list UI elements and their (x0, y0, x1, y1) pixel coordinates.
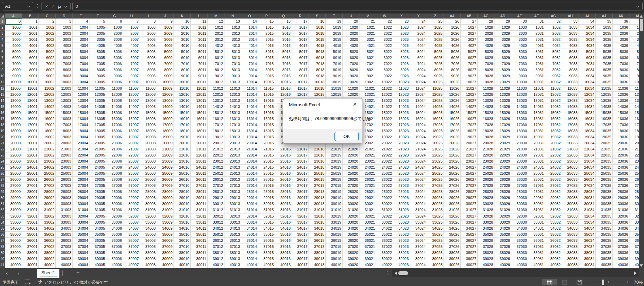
cell[interactable]: 29008 (140, 195, 157, 201)
cell[interactable]: 1019 (326, 25, 343, 31)
cell[interactable]: 14006 (106, 104, 123, 110)
cell[interactable]: 29034 (579, 195, 596, 201)
cell[interactable]: 18000 (5, 128, 22, 134)
cell[interactable]: 5002 (39, 49, 56, 55)
row-header-24[interactable]: 24 (0, 159, 5, 165)
cell[interactable]: 33019 (326, 220, 343, 226)
cell[interactable]: 12028 (478, 92, 494, 98)
cell[interactable]: 25030 (511, 171, 528, 177)
cell[interactable]: 39004 (73, 256, 89, 262)
cell[interactable]: 3007 (123, 37, 140, 43)
cell[interactable]: 23034 (579, 159, 596, 165)
cell[interactable]: 25002 (39, 171, 56, 177)
cell[interactable]: 34006 (106, 226, 123, 232)
cell[interactable]: 25026 (444, 171, 461, 177)
cell[interactable]: 2021 (359, 31, 376, 37)
cell[interactable]: 39032 (545, 256, 562, 262)
cell[interactable]: 9025 (427, 73, 444, 79)
cell[interactable]: 34024 (410, 226, 427, 232)
cell[interactable]: 23028 (478, 159, 494, 165)
cell[interactable]: 5016 (275, 49, 292, 55)
cell[interactable]: 15002 (39, 110, 56, 116)
cell[interactable]: 24018 (309, 165, 326, 171)
cell[interactable]: 36035 (596, 238, 613, 244)
cell[interactable]: 31013 (224, 207, 241, 213)
cell[interactable]: 12035 (596, 92, 613, 98)
cell[interactable]: 33009 (157, 220, 174, 226)
cell[interactable]: 23015 (258, 159, 275, 165)
cell[interactable]: 31005 (89, 207, 106, 213)
cell[interactable]: 21032 (545, 146, 562, 152)
cell[interactable]: 5024 (410, 49, 427, 55)
cell[interactable]: 2022 (376, 31, 393, 37)
cell[interactable]: 27029 (494, 183, 511, 189)
cell[interactable]: 35037 (629, 232, 639, 238)
cell[interactable]: 17032 (545, 122, 562, 128)
cell[interactable]: 34018 (309, 226, 326, 232)
cell[interactable]: 12010 (174, 92, 191, 98)
cell[interactable]: 23029 (494, 159, 511, 165)
cell[interactable]: 14027 (461, 104, 478, 110)
cell[interactable]: 37001 (22, 244, 39, 250)
cell[interactable]: 21000 (5, 146, 22, 152)
cell[interactable]: 37006 (106, 244, 123, 250)
cell[interactable]: 14022 (376, 104, 393, 110)
cell[interactable]: 13023 (393, 98, 410, 104)
cell[interactable]: 37033 (562, 244, 579, 250)
cell[interactable]: 21028 (478, 146, 494, 152)
cell[interactable]: 35007 (123, 232, 140, 238)
cell[interactable]: 25006 (106, 171, 123, 177)
cell[interactable]: 15010 (174, 110, 191, 116)
cell[interactable]: 37036 (613, 244, 629, 250)
column-header-K[interactable]: K (174, 13, 191, 19)
cell[interactable]: 20 (343, 19, 359, 25)
cell[interactable]: 14030 (511, 104, 528, 110)
cell[interactable]: 39015 (258, 256, 275, 262)
row-header-15[interactable]: 15 (0, 104, 5, 110)
cell[interactable]: 1025 (427, 25, 444, 31)
cell[interactable]: 34019 (326, 226, 343, 232)
scroll-left-icon[interactable] (395, 271, 397, 275)
cell[interactable]: 6001 (22, 55, 39, 61)
cell[interactable]: 19029 (494, 134, 511, 140)
cell[interactable]: 18029 (494, 128, 511, 134)
cell[interactable]: 22035 (596, 152, 613, 159)
cell[interactable]: 20032 (545, 140, 562, 146)
cell[interactable]: 22017 (292, 152, 309, 159)
cell[interactable]: 19005 (89, 134, 106, 140)
cell[interactable]: 16025 (427, 116, 444, 122)
cell[interactable]: 26028 (478, 177, 494, 183)
cell[interactable]: 8037 (629, 67, 639, 73)
cell[interactable]: 9008 (140, 73, 157, 79)
page-layout-view-button[interactable] (557, 279, 572, 285)
cell[interactable]: 39003 (56, 256, 73, 262)
cell[interactable]: 22012 (208, 152, 224, 159)
cell[interactable]: 3003 (56, 37, 73, 43)
cell[interactable]: 35019 (326, 232, 343, 238)
cell[interactable]: 22031 (528, 152, 545, 159)
cell[interactable]: 18030 (511, 128, 528, 134)
cell[interactable]: 8033 (562, 67, 579, 73)
cell[interactable]: 35022 (376, 232, 393, 238)
cell[interactable]: 34028 (478, 226, 494, 232)
cell[interactable]: 9029 (494, 73, 511, 79)
cell[interactable]: 6019 (326, 55, 343, 61)
cell[interactable]: 21033 (562, 146, 579, 152)
cell[interactable]: 8008 (140, 67, 157, 73)
cell[interactable]: 28019 (326, 189, 343, 195)
cell[interactable]: 31024 (410, 207, 427, 213)
cell[interactable]: 7028 (478, 61, 494, 67)
cell[interactable]: 1036 (613, 25, 629, 31)
cell[interactable]: 8019 (326, 67, 343, 73)
cell[interactable]: 6006 (106, 55, 123, 61)
cell[interactable]: 18026 (444, 128, 461, 134)
cell[interactable]: 13013 (224, 98, 241, 104)
cell[interactable]: 27006 (106, 183, 123, 189)
cell[interactable]: 22014 (241, 152, 258, 159)
cell[interactable]: 29013 (224, 195, 241, 201)
cell[interactable]: 24006 (106, 165, 123, 171)
cell[interactable]: 22013 (224, 152, 241, 159)
cell[interactable]: 39009 (157, 256, 174, 262)
cell[interactable]: 30007 (123, 201, 140, 207)
cell[interactable]: 26 (444, 19, 461, 25)
